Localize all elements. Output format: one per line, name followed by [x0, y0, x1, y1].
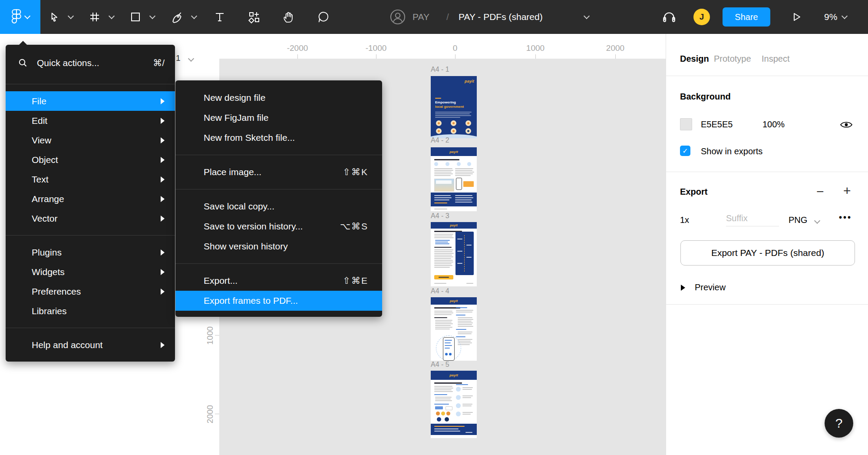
show-in-exports-label[interactable]: Show in exports [701, 146, 762, 156]
export-file-button[interactable]: Export PAY - PDFs (shared) [680, 240, 855, 266]
frame-thumbnail-a4-4[interactable]: payit [431, 297, 477, 361]
present-button[interactable] [790, 0, 802, 34]
frame-thumbnail-a4-2[interactable]: payit [431, 147, 477, 211]
shape-tool-dropdown[interactable] [150, 0, 155, 34]
share-button[interactable]: Share [723, 7, 770, 27]
add-export-setting-button[interactable]: + [843, 184, 851, 197]
pen-tool[interactable] [171, 0, 183, 34]
frame-thumbnail-a4-3[interactable]: payit [431, 222, 477, 286]
main-menu-button[interactable] [0, 0, 40, 34]
resources-tool[interactable] [248, 0, 261, 34]
eye-icon[interactable] [840, 120, 853, 130]
menu-separator [6, 235, 175, 236]
hand-tool[interactable] [282, 0, 295, 34]
export-scale[interactable]: 1x [680, 215, 689, 225]
submenu-arrow-icon [161, 157, 165, 163]
file-name[interactable]: PAY - PDFs (shared) [459, 0, 543, 34]
remove-export-setting-button[interactable]: − [816, 185, 824, 198]
frame-label-a4-4[interactable]: A4 - 4 [431, 287, 477, 295]
hand-icon [282, 10, 295, 23]
search-icon [18, 58, 28, 68]
audio-call-button[interactable] [662, 0, 677, 34]
page-selector[interactable]: 1 [176, 53, 193, 63]
submenu-arrow-icon [161, 289, 165, 295]
export-format-dropdown[interactable]: PNG [789, 215, 819, 225]
menu-item-object[interactable]: Object [6, 150, 175, 169]
submenu-item-label: Save local copy... [204, 201, 274, 212]
suffix-input[interactable] [726, 213, 779, 226]
submenu-arrow-icon [161, 342, 165, 348]
menu-item-arrange[interactable]: Arrange [6, 189, 175, 209]
frame-label-a4-2[interactable]: A4 - 2 [431, 136, 477, 144]
menu-item-text[interactable]: Text [6, 169, 175, 189]
zoom-menu[interactable]: 9% [824, 0, 847, 34]
chevron-down-icon [584, 13, 590, 19]
menu-item-edit[interactable]: Edit [6, 111, 175, 130]
frame-label-a4-1[interactable]: A4 - 1 [431, 66, 477, 73]
menu-item-label: Libraries [32, 306, 67, 316]
menu-item-view[interactable]: View [6, 130, 175, 150]
menu-item-label: Arrange [32, 194, 64, 204]
comment-tool[interactable] [317, 0, 330, 34]
menu-item-label: Help and account [32, 340, 102, 350]
file-name-dropdown[interactable] [584, 0, 589, 34]
frame-thumbnail-a4-1[interactable]: payit Empowering local government [431, 76, 477, 138]
menu-item-file[interactable]: File [6, 91, 175, 111]
menu-item-label: Plugins [32, 247, 62, 258]
frame-tool-dropdown[interactable] [109, 0, 114, 34]
shortcut-label: ⇧⌘E [343, 276, 368, 286]
frame-label-a4-3[interactable]: A4 - 3 [431, 212, 477, 220]
breadcrumb-project[interactable]: PAY [413, 0, 429, 34]
menu-item-vector[interactable]: Vector [6, 209, 175, 228]
thumb-heading: Empowering [435, 100, 456, 104]
pen-icon [171, 11, 183, 23]
frame-tool[interactable] [89, 0, 101, 34]
submenu-item-export[interactable]: Export...⇧⌘E [175, 271, 382, 291]
submenu-item-save-local-copy[interactable]: Save local copy... [175, 196, 382, 216]
payit-logo: payit [449, 373, 458, 377]
shape-tool[interactable] [129, 0, 142, 34]
background-opacity[interactable]: 100% [762, 120, 785, 130]
pen-tool-dropdown[interactable] [192, 0, 196, 34]
tab-design[interactable]: Design [680, 54, 709, 64]
menu-item-preferences[interactable]: Preferences [6, 282, 175, 301]
divider [666, 76, 868, 76]
submenu-item-save-to-version-history[interactable]: Save to version history...⌥⌘S [175, 216, 382, 236]
menu-separator [175, 189, 382, 189]
move-tool[interactable] [49, 0, 60, 34]
tab-prototype[interactable]: Prototype [714, 54, 751, 64]
frame-thumbnail-a4-5[interactable]: payit [431, 371, 477, 438]
submenu-item-show-version-history[interactable]: Show version history [175, 236, 382, 256]
help-button[interactable]: ? [825, 409, 853, 438]
frame-label-a4-5[interactable]: A4 - 5 [431, 361, 477, 369]
submenu-arrow-icon [161, 176, 165, 183]
text-tool[interactable] [214, 0, 226, 34]
move-tool-dropdown[interactable] [69, 0, 73, 34]
menu-item-help-and-account[interactable]: Help and account [6, 335, 175, 355]
submenu-item-place-image[interactable]: Place image...⇧⌘K [175, 162, 382, 182]
payit-logo: payit [465, 79, 474, 83]
export-more-options-button[interactable]: ••• [839, 213, 852, 223]
preview-toggle[interactable]: Preview [681, 282, 726, 292]
quick-actions-label: Quick actions... [37, 58, 99, 68]
ruler-tick [215, 414, 219, 414]
submenu-item-export-frames-to-pdf[interactable]: Export frames to PDF... [175, 291, 382, 311]
show-in-exports-checkbox[interactable]: ✓ [680, 146, 690, 156]
background-color-swatch[interactable] [680, 118, 692, 130]
quick-actions-search[interactable]: Quick actions... ⌘/ [6, 45, 175, 77]
file-owner-avatar[interactable] [389, 0, 406, 34]
thumb-header: payit [431, 147, 477, 156]
menu-item-libraries[interactable]: Libraries [6, 301, 175, 321]
menu-item-widgets[interactable]: Widgets [6, 262, 175, 282]
background-color-hex[interactable]: E5E5E5 [701, 120, 733, 130]
menu-item-plugins[interactable]: Plugins [6, 242, 175, 262]
submenu-item-new-figjam-file[interactable]: New FigJam file [175, 108, 382, 128]
submenu-item-new-from-sketch-file[interactable]: New from Sketch file... [175, 128, 382, 148]
tab-inspect[interactable]: Inspect [762, 54, 789, 64]
move-cursor-icon [49, 11, 60, 23]
submenu-item-new-design-file[interactable]: New design file [175, 88, 382, 108]
ruler-label: 2000 [205, 401, 215, 427]
current-user-avatar[interactable]: J [693, 9, 710, 25]
breadcrumb-separator: / [446, 0, 449, 34]
ruler-tick [455, 54, 455, 59]
